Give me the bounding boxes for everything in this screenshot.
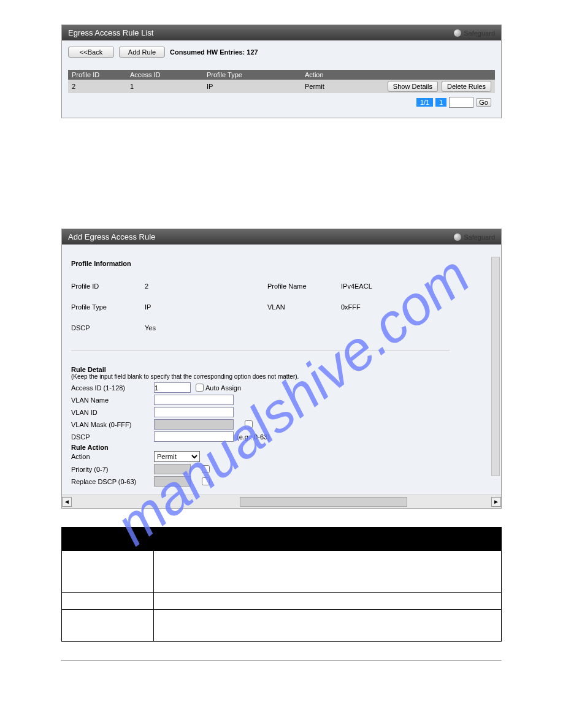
safeguard-indicator: Safeguard: [454, 29, 495, 37]
safeguard-icon: [454, 233, 461, 241]
panel-title: Add Egress Access Rule: [68, 232, 155, 241]
add-egress-rule-panel: Add Egress Access Rule Safeguard Profile…: [61, 229, 502, 509]
vertical-scrollbar[interactable]: [491, 257, 500, 476]
action-select[interactable]: Permit: [154, 451, 200, 462]
pager-input[interactable]: [449, 97, 473, 108]
th-access-id: Access ID: [130, 71, 207, 78]
priority-checkbox[interactable]: [202, 465, 210, 473]
th-profile-id: Profile ID: [72, 71, 130, 78]
access-id-label: Access ID (1-128): [71, 384, 154, 392]
pager-current: 1: [435, 98, 446, 107]
vlan-mask-label: VLAN Mask (0-FFF): [71, 421, 154, 428]
vlan-value: 0xFFF: [341, 303, 464, 311]
dscp-value: Yes: [145, 324, 267, 332]
parameter-table: [61, 527, 502, 642]
th-profile-type: Profile Type: [207, 71, 305, 78]
th-action: Action: [305, 71, 366, 78]
profile-id-value: 2: [145, 282, 267, 290]
vlan-mask-checkbox[interactable]: [245, 420, 253, 428]
add-rule-button[interactable]: Add Rule: [119, 47, 165, 58]
vlan-name-label: VLAN Name: [71, 396, 154, 404]
dscp-field-label: DSCP: [71, 433, 154, 441]
scroll-right-icon[interactable]: ►: [491, 497, 501, 507]
safeguard-icon: [454, 29, 461, 37]
vlan-mask-input: [154, 419, 234, 430]
rule-action-heading: Rule Action: [71, 444, 492, 451]
dscp-input[interactable]: [154, 431, 234, 442]
go-button[interactable]: Go: [476, 98, 491, 107]
vlan-id-input[interactable]: [154, 407, 234, 417]
cell-access-id: 1: [130, 83, 207, 90]
cell-action: Permit: [305, 83, 366, 90]
priority-input: [154, 464, 191, 474]
rule-detail-hint: (Keep the input field blank to specify t…: [71, 373, 492, 380]
vlan-id-label: VLAN ID: [71, 409, 154, 416]
replace-dscp-checkbox[interactable]: [202, 477, 210, 485]
consumed-entries: Consumed HW Entries: 127: [170, 48, 258, 56]
horizontal-scrollbar[interactable]: ◄ ►: [62, 495, 501, 508]
action-label: Action: [71, 453, 154, 460]
profile-id-label: Profile ID: [71, 282, 145, 290]
profile-name-value: IPv4EACL: [341, 282, 464, 290]
safeguard-indicator: Safeguard: [454, 233, 495, 241]
priority-label: Priority (0-7): [71, 466, 154, 473]
vlan-name-input[interactable]: [154, 395, 234, 405]
profile-type-label: Profile Type: [71, 303, 145, 311]
cell-profile-id: 2: [72, 83, 130, 90]
dscp-hint: (e.g.: 0-63): [237, 433, 270, 441]
access-id-input[interactable]: [154, 382, 191, 393]
replace-dscp-input: [154, 476, 191, 487]
table-row: 2 1 IP Permit Show Details Delete Rules: [68, 80, 495, 93]
panel-header: Egress Access Rule List Safeguard: [62, 25, 501, 40]
back-button[interactable]: <<Back: [68, 47, 114, 58]
pager: 1/1 1 Go: [68, 93, 495, 112]
table-header: Profile ID Access ID Profile Type Action: [68, 70, 495, 80]
show-details-button[interactable]: Show Details: [388, 81, 438, 92]
delete-rules-button[interactable]: Delete Rules: [442, 81, 491, 92]
panel-header: Add Egress Access Rule Safeguard: [62, 229, 501, 245]
profile-name-label: Profile Name: [267, 282, 341, 290]
rule-detail-heading: Rule Detail: [71, 366, 492, 373]
vlan-label: VLAN: [267, 303, 341, 311]
scroll-left-icon[interactable]: ◄: [62, 497, 72, 507]
egress-rule-list-panel: Egress Access Rule List Safeguard <<Back…: [61, 25, 502, 118]
cell-profile-type: IP: [207, 83, 305, 90]
profile-info-heading: Profile Information: [71, 260, 492, 267]
profile-type-value: IP: [145, 303, 267, 311]
replace-dscp-label: Replace DSCP (0-63): [71, 478, 154, 485]
pager-total: 1/1: [416, 98, 433, 107]
auto-assign-label: Auto Assign: [205, 384, 241, 392]
panel-title: Egress Access Rule List: [68, 28, 153, 37]
dscp-label: DSCP: [71, 324, 145, 332]
auto-assign-checkbox[interactable]: [196, 384, 204, 392]
